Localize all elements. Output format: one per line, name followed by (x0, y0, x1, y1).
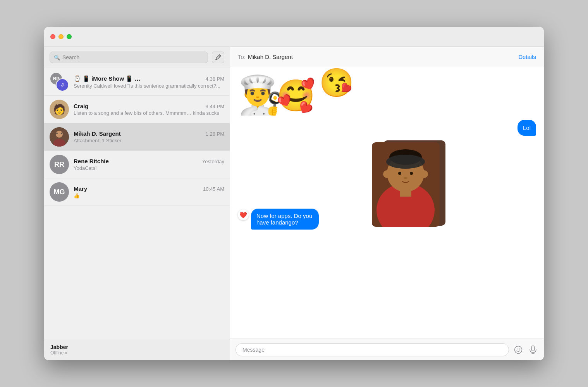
mic-button[interactable] (528, 344, 538, 355)
svg-point-21 (383, 170, 391, 178)
message-input-placeholder: iMessage (241, 347, 265, 353)
svg-point-23 (398, 172, 401, 175)
chat-input-bar: iMessage (230, 339, 544, 360)
conversation-item-mary[interactable]: MG Mary 10:45 AM 👍 (44, 178, 230, 206)
svg-point-1 (56, 131, 63, 138)
conv-details-craig: Craig 3:44 PM Listen to a song and a few… (74, 103, 224, 116)
conv-details-imore: ⌚ 📱 iMore Show 📱 … 4:38 PM Serenity Cald… (74, 75, 224, 89)
chat-messages: 👨‍🍳 🥰 😘 Lol (230, 67, 544, 339)
titlebar (44, 27, 544, 47)
sidebar-footer: Jabber Offline ▾ (44, 339, 230, 360)
avatar-group-imore: RP J (50, 72, 69, 92)
bubble-fandango-text: Now for apps. Do you have fandango? (256, 213, 312, 226)
conv-name-rene: Rene Ritchie (74, 158, 109, 164)
chevron-down-icon: ▾ (65, 351, 67, 355)
compose-button[interactable] (212, 52, 224, 63)
message-input[interactable]: iMessage (236, 343, 509, 356)
conv-preview-craig: Listen to a song and a few bits of other… (74, 110, 224, 116)
bubble-lol: Lol (518, 120, 536, 136)
heart-reaction: ❤️ (238, 209, 249, 220)
svg-point-22 (420, 170, 428, 178)
search-icon: 🔍 (54, 55, 60, 60)
conv-details-mary: Mary 10:45 AM 👍 (74, 185, 224, 199)
conv-name-mikah: Mikah D. Sargent (74, 130, 121, 137)
conv-preview-imore: Serenity Caldwell loved "Is this sentenc… (74, 83, 224, 89)
avatar-mikah (50, 127, 69, 147)
conv-name-craig: Craig (74, 103, 88, 109)
conv-preview-rene: YodaCats! (74, 165, 224, 171)
conversation-item-mikah[interactable]: Mikah D. Sargent 1:28 PM Attachment: 1 S… (44, 123, 230, 151)
fandango-left: ❤️ Now for apps. Do you have fandango? (238, 209, 361, 230)
search-bar: 🔍 Search (44, 47, 230, 68)
svg-point-3 (56, 133, 58, 134)
conv-time-craig: 3:44 PM (206, 104, 224, 109)
compose-icon (215, 54, 221, 60)
conv-time-rene: Yesterday (202, 159, 224, 164)
svg-point-27 (515, 346, 522, 353)
conv-name-imore: ⌚ 📱 iMore Show 📱 … (74, 75, 141, 82)
fandango-inner: ❤️ Now for apps. Do you have fandango? (238, 209, 361, 230)
chat-recipient: Mikah D. Sargent (248, 54, 518, 60)
svg-point-28 (517, 348, 518, 349)
conversation-list: RP J ⌚ 📱 iMore Show 📱 … 4:38 PM Se (44, 68, 230, 339)
avatar-rene: RR (50, 155, 69, 174)
avatar-mary: MG (50, 182, 69, 202)
message-stickers: 👨‍🍳 🥰 😘 (238, 75, 536, 115)
avatar-j: J (56, 78, 69, 92)
conv-top-mikah: Mikah D. Sargent 1:28 PM (74, 130, 224, 137)
main-content: 🔍 Search RP J (44, 47, 544, 360)
mikah-avatar-svg (50, 127, 69, 147)
watch-icon: ⌚ (74, 75, 81, 82)
chat-header: To: Mikah D. Sargent Details (230, 47, 544, 67)
messages-window: 🔍 Search RP J (44, 27, 544, 360)
conv-preview-mikah: Attachment: 1 Sticker (74, 138, 224, 143)
jabber-service-name: Jabber (50, 344, 224, 350)
conversation-item-rene[interactable]: RR Rene Ritchie Yesterday YodaCats! (44, 151, 230, 178)
conv-top-mary: Mary 10:45 AM (74, 185, 224, 192)
minimize-button[interactable] (58, 34, 64, 39)
search-field[interactable]: 🔍 Search (50, 52, 208, 63)
emoji-icon (514, 346, 523, 354)
message-fandango: ❤️ Now for apps. Do you have fandango? (238, 140, 536, 230)
message-fandango-container: ❤️ Now for apps. Do you have fandango? (238, 140, 536, 230)
svg-rect-30 (531, 346, 535, 351)
svg-point-26 (386, 155, 425, 169)
avatar-craig: 🧑 (50, 100, 69, 119)
close-button[interactable] (50, 34, 55, 39)
conv-top-rene: Rene Ritchie Yesterday (74, 158, 224, 164)
svg-point-29 (519, 348, 520, 349)
svg-point-25 (404, 177, 407, 179)
conv-time-mary: 10:45 AM (203, 186, 224, 192)
sticker-emoji-3: 😘 (319, 69, 354, 114)
jabber-status-label: Offline (50, 350, 64, 356)
maximize-button[interactable] (67, 34, 72, 39)
conv-time-imore: 4:38 PM (206, 76, 224, 82)
conv-top: ⌚ 📱 iMore Show 📱 … 4:38 PM (74, 75, 224, 82)
selfie-front-person (372, 142, 445, 230)
bubble-fandango: Now for apps. Do you have fandango? (251, 209, 319, 230)
bubble-lol-text: Lol (523, 124, 531, 131)
conv-name-mary: Mary (74, 185, 87, 192)
jabber-status[interactable]: Offline ▾ (50, 350, 224, 356)
emoji-button[interactable] (513, 344, 524, 355)
svg-point-24 (410, 172, 413, 175)
conv-top-craig: Craig 3:44 PM (74, 103, 224, 109)
chat-area: To: Mikah D. Sargent Details 👨‍🍳 🥰 😘 (230, 47, 544, 360)
search-placeholder: Search (62, 54, 79, 60)
conv-details-rene: Rene Ritchie Yesterday YodaCats! (74, 158, 224, 171)
to-label: To: (238, 54, 246, 60)
conv-preview-mary: 👍 (74, 193, 224, 199)
conversation-item-imore-show[interactable]: RP J ⌚ 📱 iMore Show 📱 … 4:38 PM Se (44, 68, 230, 96)
sticker-emoji-2: 🥰 (277, 80, 315, 114)
sidebar: 🔍 Search RP J (44, 47, 230, 360)
phone-icon: 📱 (83, 75, 90, 82)
mic-icon (529, 346, 537, 354)
message-lol: Lol (238, 120, 536, 136)
conv-time-mikah: 1:28 PM (206, 131, 224, 137)
conv-details-mikah: Mikah D. Sargent 1:28 PM Attachment: 1 S… (74, 130, 224, 143)
sticker-cluster: 👨‍🍳 🥰 😘 (238, 75, 354, 115)
selfie-sticker-container (372, 140, 449, 230)
conversation-item-craig[interactable]: 🧑 Craig 3:44 PM Listen to a song and a f… (44, 96, 230, 123)
svg-point-4 (61, 133, 62, 134)
details-button[interactable]: Details (518, 54, 536, 60)
